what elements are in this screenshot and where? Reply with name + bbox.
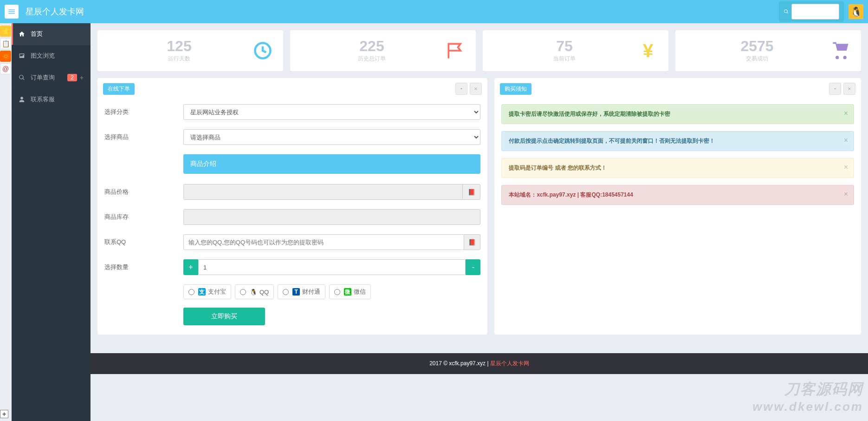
pay-option-qq[interactable]: 🐧QQ [235,284,274,299]
share-icon-qzone[interactable]: ⭐ [0,26,11,37]
stat-label: 当前订单 [492,55,637,63]
sidebar-item-label: 订单查询 [31,73,55,82]
footer: 2017 © xcfk.pay97.xyz | 星辰个人发卡网 [91,353,868,374]
search-icon [19,74,26,81]
stat-value: 225 [299,39,444,53]
alert-close-button[interactable]: × [844,136,848,145]
sidebar-item-support[interactable]: 联系客服 [12,89,91,111]
stat-label: 历史总订单 [299,55,444,63]
footer-link[interactable]: 星辰个人发卡网 [490,360,529,367]
chevron-down-icon [459,86,464,91]
search-box[interactable] [779,1,844,22]
home-icon [19,31,26,37]
order-panel: 在线下单 选择分类 星辰网站业务授权 选择商品 请选择商品 商品介绍 商品价格 [97,78,487,335]
pay-radio[interactable] [283,289,289,295]
panel-title: 在线下单 [103,83,135,95]
stat-value: 125 [107,39,252,53]
stat-card-current: 75 当前订单 ¥ [483,30,668,71]
menu-toggle-button[interactable] [5,5,19,19]
qq-icon: 🐧 [250,289,257,296]
alert-close-button[interactable]: × [844,109,848,118]
label-quantity: 选择数量 [104,263,183,271]
stock-display [183,209,480,225]
stat-label: 运行天数 [107,55,252,63]
cart-icon [829,39,852,62]
close-icon [473,86,478,91]
chevron-down-icon [833,86,837,91]
sidebar-item-orders[interactable]: 订单查询 2 + [12,67,91,89]
collapse-button[interactable] [829,83,841,95]
flag-icon [444,39,466,62]
alert-warning: 提取码是订单编号 或者 您的联系方式！× [501,158,854,178]
pay-option-alipay[interactable]: 支支付宝 [183,284,231,299]
pay-radio[interactable] [240,289,246,295]
collapse-button[interactable] [455,83,467,95]
product-info-bar: 商品介绍 [183,154,480,174]
submit-button[interactable]: 立即购买 [183,308,265,325]
price-display [183,184,463,200]
category-select[interactable]: 星辰网站业务授权 [183,104,480,120]
book-icon: 📕 [463,184,480,200]
search-input[interactable] [791,4,839,20]
topbar: 星辰个人发卡网 🐧 [0,0,868,23]
label-qq: 联系QQ [104,238,183,246]
book-icon: 📕 [464,234,481,250]
stat-card-success: 2575 交易成功 [675,30,861,71]
pay-option-wechat[interactable]: 微微信 [329,284,371,299]
quantity-input[interactable] [198,259,466,275]
clock-icon [252,39,274,62]
qq-input[interactable] [183,234,464,250]
share-float: ⭐ 📋 🔅 @ [0,26,11,76]
site-title: 星辰个人发卡网 [26,6,779,17]
sidebar: 首页 图文浏览 订单查询 2 + 联系客服 [12,23,91,374]
panel-title: 购买须知 [500,83,531,95]
pay-radio[interactable] [188,289,194,295]
label-product: 选择商品 [104,133,183,141]
sidebar-item-home[interactable]: 首页 [12,23,91,45]
sidebar-item-gallery[interactable]: 图文浏览 [12,45,91,67]
sidebar-item-label: 图文浏览 [31,52,55,60]
avatar[interactable]: 🐧 [849,4,863,19]
label-stock: 商品库存 [104,213,183,221]
sidebar-item-label: 首页 [31,30,43,38]
label-category: 选择分类 [104,108,183,116]
qty-minus-button[interactable]: - [466,259,480,275]
sidebar-badge: 2 [67,74,77,81]
alert-close-button[interactable]: × [844,190,848,198]
stat-row: 125 运行天数 225 历史总订单 75 当前订单 ¥ [97,30,861,71]
share-icon-general[interactable]: 📋 [0,38,11,49]
sidebar-plus: + [80,74,84,81]
pay-option-tenpay[interactable]: T财付通 [278,284,325,299]
stat-value: 2575 [685,39,829,53]
notice-panel: 购买须知 提取卡密后请尽快激活使用或保存好，系统定期清除被提取的卡密× 付款后按… [494,78,861,335]
share-icon-weibo[interactable]: 🔅 [0,51,11,62]
main-content: 125 运行天数 225 历史总订单 75 当前订单 ¥ [91,23,868,335]
yen-icon: ¥ [637,39,659,62]
pay-radio[interactable] [334,289,340,295]
user-icon [19,96,26,103]
sidebar-item-label: 联系客服 [31,95,55,104]
image-icon [19,53,26,59]
alert-success: 提取卡密后请尽快激活使用或保存好，系统定期清除被提取的卡密× [501,104,854,124]
alert-info: 付款后按提示点击确定跳转到提取页面，不可提前关闭窗口！否则无法提取到卡密！× [501,131,854,151]
share-icon-at[interactable]: @ [0,63,11,74]
close-button[interactable] [843,83,855,95]
close-button[interactable] [470,83,482,95]
product-select[interactable]: 请选择商品 [183,129,480,145]
stat-label: 交易成功 [685,55,829,63]
search-icon [784,8,789,15]
alert-danger: 本站域名：xcfk.pay97.xyz | 客服QQ:1845457144× [501,185,854,205]
stat-card-days: 125 运行天数 [97,30,283,71]
alert-close-button[interactable]: × [844,163,848,171]
bars-icon [7,7,16,16]
label-price: 商品价格 [104,188,183,196]
stat-card-history: 225 历史总订单 [290,30,476,71]
stat-value: 75 [492,39,637,53]
qty-plus-button[interactable]: + [183,259,198,275]
payment-options: 支支付宝 🐧QQ T财付通 微微信 [183,284,480,299]
close-icon [847,86,852,91]
